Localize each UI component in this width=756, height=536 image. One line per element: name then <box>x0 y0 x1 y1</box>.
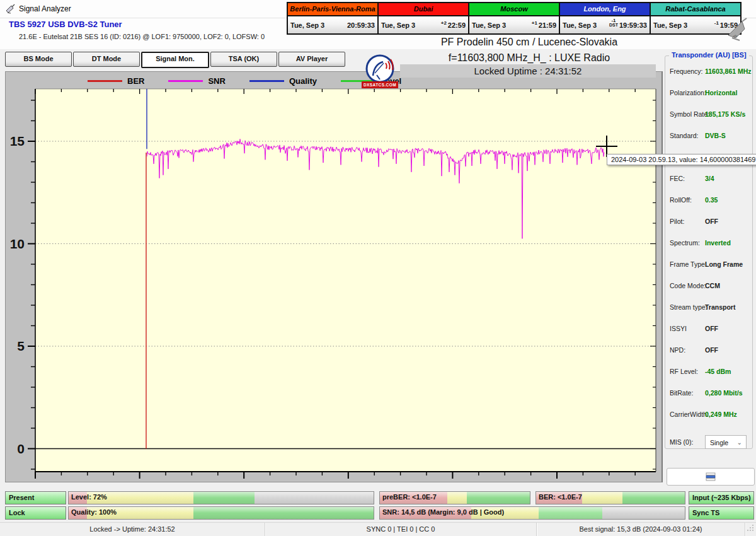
signal-analyzer-window: Signal Analyzer TBS 5927 USB DVB-S2 Tune… <box>0 0 756 536</box>
transponder-row: NPD:OFF <box>665 344 753 366</box>
resize-grip[interactable] <box>746 523 755 532</box>
svg-text:15: 15 <box>10 134 25 148</box>
legend-item-snr: SNR <box>168 76 225 86</box>
quality-bar: Quality: 100% <box>68 506 374 520</box>
clock-city: London, Eng <box>560 3 650 16</box>
tab-signal-mon-[interactable]: Signal Mon. <box>141 52 209 68</box>
clock-time-row: Tue, Sep 320:59:33 <box>288 16 377 33</box>
legend-label: Quality <box>289 76 317 86</box>
transponder-row: Standard:DVB-S <box>665 130 753 151</box>
mis-row: MIS (0): Single ⌄ <box>665 435 753 450</box>
legend-item-quality: Quality <box>249 76 317 86</box>
clock-utc-offset: -1DST <box>609 18 618 28</box>
transponder-row-label: Frame Type: <box>670 260 707 268</box>
chart-plot-area[interactable]: 051015 <box>6 72 662 482</box>
svg-text:0: 0 <box>17 441 25 456</box>
transponder-row-label: FEC: <box>670 175 685 182</box>
dish-location-line: PF Prodelin 450 cm / Lucenec-Slovakia <box>403 37 655 48</box>
transponder-row: Spectrum:Inverted <box>665 237 753 259</box>
svg-text:10: 10 <box>10 236 25 251</box>
transponder-row-label: Pilot: <box>670 218 684 225</box>
transponder-row-value: OFF <box>705 325 718 332</box>
dxsatcs-logo: DXSATCS.COM <box>360 54 399 88</box>
tuner-name: TBS 5927 USB DVB-S2 Tuner <box>9 20 122 29</box>
clock-city: Berlin-Paris-Vienna-Roma <box>288 3 377 16</box>
app-dish-icon <box>5 3 16 14</box>
status-sync-counters: SYNC 0 | TEI 0 | CC 0 <box>265 523 537 536</box>
tab-bs-mode[interactable]: BS Mode <box>5 52 72 67</box>
transponder-rows: Frequency:11603,861 MHzPolarization:Hori… <box>665 66 753 430</box>
transponder-row: CarrierWidth:0,249 MHz <box>665 409 753 430</box>
bar-label: BER: <1.0E-7 <box>539 493 582 501</box>
clock-utc-offset: +1 <box>532 21 537 26</box>
clock-cell: London, EngTue, Sep 3-1DST19:59:33 <box>560 3 651 33</box>
clock-utc-offset: -1 <box>714 21 719 26</box>
mode-tabs: BS ModeDT ModeSignal Mon.TSA (OK)AV Play… <box>5 52 345 68</box>
clock-time: 19:59:33 <box>619 21 647 29</box>
status-uptime: Locked -> Uptime: 24:31:52 <box>0 523 265 536</box>
tab-av-player[interactable]: AV Player <box>278 52 345 67</box>
clock-city: Moscow <box>469 3 559 16</box>
clock-cell: DubaiTue, Sep 3+222:59 <box>379 3 469 33</box>
bar-label: SNR: 14,5 dB (Margin: 9,0 dB | Good) <box>382 508 504 516</box>
satellite-cursor-icon: dx <box>723 16 748 42</box>
transponder-row-label: Symbol Rate: <box>670 110 709 118</box>
transponder-row: RollOff:0.35 <box>665 194 753 216</box>
clock-utc-offset: +2 <box>441 21 447 26</box>
transponder-row-label: Polarization: <box>670 89 706 96</box>
snr-bar: SNR: 14,5 dB (Margin: 9,0 dB | Good) <box>379 506 685 520</box>
bar-segment <box>255 492 374 504</box>
mis-select[interactable]: Single ⌄ <box>705 435 747 449</box>
server-icon <box>706 472 716 481</box>
legend-item-ber: BER <box>88 76 144 86</box>
transponder-row-label: BitRate: <box>670 389 693 397</box>
legend-label: SNR <box>208 76 225 86</box>
legend-label: BER <box>127 76 144 86</box>
transponder-row-label: Standard: <box>670 132 699 139</box>
transponder-row: Code Mode:CCM <box>665 280 753 301</box>
transponder-row-label: Code Mode: <box>670 282 706 289</box>
transponder-row: Stream type:Transport <box>665 301 753 323</box>
clock-date: Tue, Sep 3 <box>472 21 532 29</box>
preber-bar: preBER: <1.0E-7 <box>379 491 530 504</box>
lock-indicator: Lock <box>5 506 66 520</box>
transponder-row-value: 11603,861 MHz <box>705 67 752 75</box>
clock-time: 20:59:33 <box>347 21 375 29</box>
transponder-row-label: ISSYI <box>670 325 687 332</box>
bar-label: Quality: 100% <box>71 508 117 516</box>
present-indicator: Present <box>5 491 66 504</box>
transponder-row-value: 0,280 Mbit/s <box>705 389 743 397</box>
clock-date: Tue, Sep 3 <box>563 21 609 29</box>
transponder-row: Pilot:OFF <box>665 216 753 237</box>
mis-selected-value: Single <box>710 439 728 446</box>
transponder-row: Polarization:Horizontal <box>665 87 753 108</box>
clock-cell: MoscowTue, Sep 3+121:59 <box>469 3 560 33</box>
clock-date: Tue, Sep 3 <box>290 21 347 29</box>
tuner-info: 21.6E - Eutelsat 21B SES 16 (ID: 0216) @… <box>19 33 265 40</box>
bar-label: Level: 72% <box>71 493 107 501</box>
tab-tsa-ok-[interactable]: TSA (OK) <box>210 52 277 67</box>
clock-city: Rabat-Casablanca <box>651 3 740 16</box>
bar-segment <box>622 492 685 504</box>
transponder-row-value: 0.35 <box>705 196 718 204</box>
locked-uptime-band: Locked Uptime : 24:31:52 <box>400 64 656 78</box>
tab-dt-mode[interactable]: DT Mode <box>73 52 140 67</box>
clock-city: Dubai <box>379 3 468 16</box>
frequency-line: f=11603,800 MHz_H_ : LUXE Radio <box>403 52 655 64</box>
status-bar: Locked -> Uptime: 24:31:52 SYNC 0 | TEI … <box>0 522 756 536</box>
chart-legend: BERSNRQualityLevel <box>88 74 401 87</box>
clock-time: 22:59 <box>448 21 466 29</box>
transponder-row-value: DVB-S <box>705 132 726 139</box>
level-bar: Level: 72% <box>68 491 374 504</box>
transponder-row: Frame Type:Long Frame <box>665 259 753 280</box>
transponder-row-value: Transport <box>705 303 735 311</box>
transponder-row-label: Frequency: <box>670 67 703 75</box>
bar-segment <box>447 492 467 504</box>
stream-list-button[interactable] <box>667 468 755 486</box>
bar-segment <box>602 507 685 519</box>
bar-segment <box>193 507 374 519</box>
signal-monitor-chart[interactable]: BERSNRQualityLevel 051015 <box>5 71 663 482</box>
chart-tooltip: 2024-09-03 20.59.13, value: 14,600000381… <box>607 154 756 165</box>
transponder-panel-title: Transponder (AU) [BS] <box>669 51 749 59</box>
transponder-row-label: Stream type: <box>670 303 707 311</box>
